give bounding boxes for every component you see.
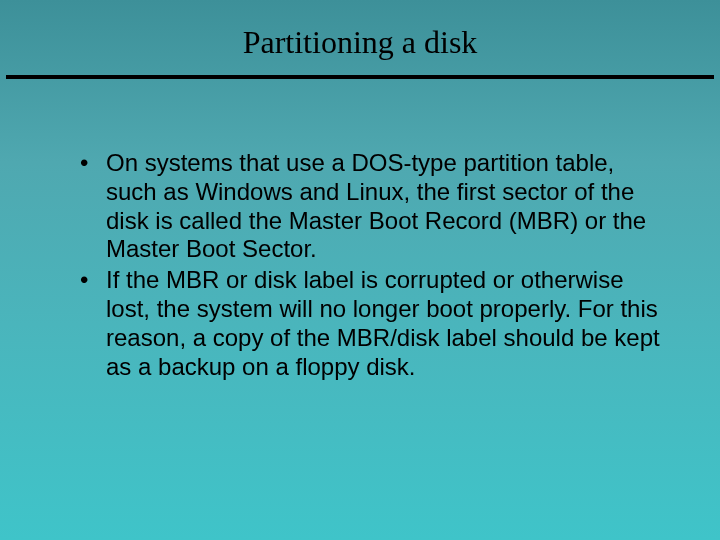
slide-content: On systems that use a DOS-type partition…	[0, 79, 720, 381]
bullet-list: On systems that use a DOS-type partition…	[80, 149, 660, 381]
list-item: If the MBR or disk label is corrupted or…	[80, 266, 660, 381]
list-item: On systems that use a DOS-type partition…	[80, 149, 660, 264]
slide: Partitioning a disk On systems that use …	[0, 0, 720, 540]
slide-title: Partitioning a disk	[0, 0, 720, 75]
